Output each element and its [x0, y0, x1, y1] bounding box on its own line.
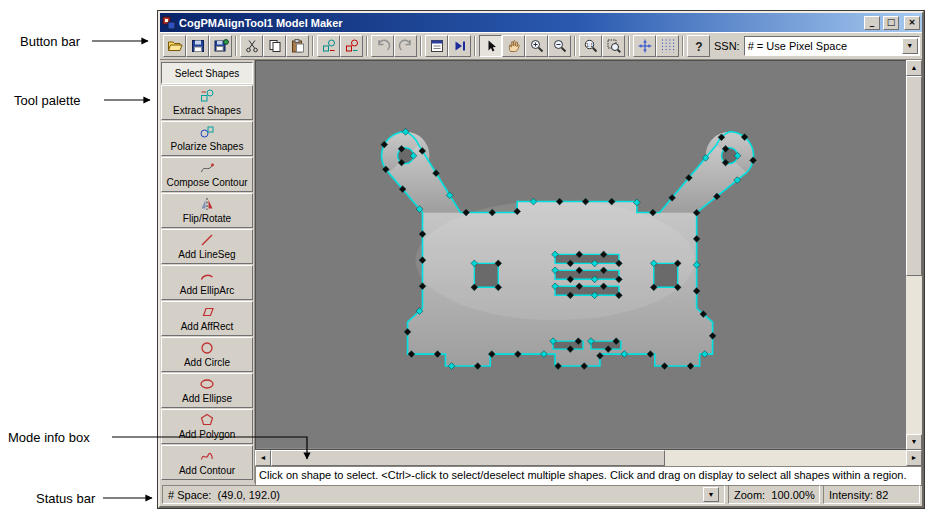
- palette-item-label: Extract Shapes: [173, 104, 241, 117]
- select-pointer-button[interactable]: [479, 35, 502, 57]
- app-window: CogPMAlignTool1 Model Maker _ □ ×: [158, 11, 924, 508]
- scroll-right-button[interactable]: ►: [906, 450, 922, 466]
- maximize-button[interactable]: □: [883, 16, 899, 30]
- zoom-fit-button[interactable]: [602, 35, 625, 57]
- vertical-scrollbar[interactable]: ▲ ▼: [906, 60, 922, 450]
- properties-button[interactable]: [425, 35, 448, 57]
- window-body: Select Shapes Extract Shapes Polari: [160, 60, 922, 483]
- lineseg-icon: [199, 232, 215, 248]
- palette-extract-shapes-button[interactable]: Extract Shapes: [161, 85, 253, 120]
- palette-item-label: Add EllipArc: [180, 284, 234, 297]
- pan-button[interactable]: [502, 35, 525, 57]
- shapes-red-button[interactable]: [340, 35, 363, 57]
- redo-button[interactable]: [394, 35, 417, 57]
- palette-add-circle-button[interactable]: Add Circle: [161, 337, 253, 372]
- space-panel[interactable]: # Space: (49.0, 192.0) ▼: [162, 485, 725, 504]
- scroll-up-button[interactable]: ▲: [906, 60, 922, 76]
- paste-button[interactable]: [286, 35, 309, 57]
- zoom-in-button[interactable]: [525, 35, 548, 57]
- canvas-row: ▲ ▼: [255, 60, 922, 450]
- vertical-scrollbar-thumb[interactable]: [906, 76, 922, 276]
- status-bar: # Space: (49.0, 192.0) ▼ Zoom: 100.00% I…: [160, 483, 922, 506]
- palette-add-contour-button[interactable]: Add Contour: [161, 445, 253, 480]
- palette-add-affrect-button[interactable]: Add AffRect: [161, 301, 253, 336]
- scroll-down-button[interactable]: ▼: [906, 434, 922, 450]
- palette-flip-rotate-button[interactable]: Flip/Rotate: [161, 193, 253, 228]
- intensity-value: Intensity: 82: [829, 489, 888, 501]
- cut-button[interactable]: [240, 35, 263, 57]
- compose-contour-icon: [199, 160, 215, 176]
- zoom-actual-button[interactable]: 1:1: [579, 35, 602, 57]
- model-display[interactable]: [255, 60, 906, 450]
- annotation-status-bar: Status bar: [36, 491, 95, 506]
- ssn-combobox[interactable]: # = Use Pixel Space ▼: [744, 36, 920, 56]
- palette-add-lineseg-button[interactable]: Add LineSeg: [161, 229, 253, 264]
- palette-add-polygon-button[interactable]: Add Polygon: [161, 409, 253, 444]
- svg-text:?: ?: [695, 40, 702, 54]
- zoom-out-icon: [552, 38, 568, 54]
- ssn-dropdown-button[interactable]: ▼: [902, 38, 918, 54]
- svg-text:1:1: 1:1: [586, 42, 593, 48]
- run-once-button[interactable]: [448, 35, 471, 57]
- palette-item-label: Add Polygon: [179, 428, 236, 441]
- undo-button[interactable]: [371, 35, 394, 57]
- palette-item-label: Select Shapes: [175, 67, 240, 80]
- annotation-tool-palette: Tool palette: [14, 93, 81, 108]
- horizontal-scrollbar-thumb[interactable]: [271, 450, 665, 466]
- flip-rotate-icon: [199, 196, 215, 212]
- palette-item-label: Add AffRect: [181, 320, 234, 333]
- pan-hand-icon: [506, 38, 522, 54]
- polygon-icon: [199, 412, 215, 428]
- circle-icon: [199, 340, 215, 356]
- grid-dots-button[interactable]: [656, 35, 679, 57]
- contour-icon: [199, 448, 215, 464]
- open-button[interactable]: [163, 35, 186, 57]
- help-icon: ?: [691, 38, 707, 54]
- zoom-value: Zoom: 100.00%: [734, 489, 815, 501]
- save-button[interactable]: [186, 35, 209, 57]
- horizontal-scrollbar-track[interactable]: [271, 450, 906, 466]
- horizontal-scrollbar[interactable]: ◄ ►: [255, 450, 922, 466]
- close-button[interactable]: ×: [904, 16, 920, 30]
- paste-clipboard-icon: [290, 38, 306, 54]
- space-dropdown-button[interactable]: ▼: [703, 487, 719, 502]
- palette-polarize-shapes-button[interactable]: Polarize Shapes: [161, 121, 253, 156]
- display-column: ▲ ▼ ◄ ► Click on shape to: [255, 60, 922, 483]
- shapes-teal-button[interactable]: [317, 35, 340, 57]
- minimize-button[interactable]: _: [864, 16, 880, 30]
- copy-button[interactable]: [263, 35, 286, 57]
- toolbar-separator: [628, 36, 630, 56]
- intensity-panel: Intensity: 82: [823, 485, 920, 504]
- zoom-panel: Zoom: 100.00%: [728, 485, 820, 504]
- grid-crosshair-button[interactable]: [633, 35, 656, 57]
- screenshot-root: Button bar Tool palette Mode info box St…: [0, 0, 932, 523]
- properties-icon: [429, 38, 445, 54]
- zoom-out-button[interactable]: [548, 35, 571, 57]
- save-image-button[interactable]: [209, 35, 232, 57]
- toolbar-separator: [366, 36, 368, 56]
- vertical-scrollbar-track[interactable]: [906, 76, 922, 434]
- palette-add-elliparc-button[interactable]: Add EllipArc: [161, 265, 253, 300]
- toolbar-separator: [474, 36, 476, 56]
- scroll-left-button[interactable]: ◄: [255, 450, 271, 466]
- cut-scissors-icon: [244, 38, 260, 54]
- toolbar-separator: [312, 36, 314, 56]
- app-icon: [162, 16, 176, 30]
- polarize-shapes-icon: [199, 124, 215, 140]
- ssn-label: SSN:: [710, 40, 744, 52]
- tool-palette: Select Shapes Extract Shapes Polari: [160, 60, 255, 483]
- palette-item-label: Add LineSeg: [178, 248, 235, 261]
- affrect-icon: [199, 304, 215, 320]
- grid-dots-icon: [660, 38, 676, 54]
- palette-compose-contour-button[interactable]: Compose Contour: [161, 157, 253, 192]
- copy-icon: [267, 38, 283, 54]
- palette-select-shapes-button[interactable]: Select Shapes: [161, 62, 253, 84]
- run-once-icon: [452, 38, 468, 54]
- title-bar[interactable]: CogPMAlignTool1 Model Maker _ □ ×: [160, 13, 922, 32]
- shapes-red-icon: [344, 38, 360, 54]
- palette-add-ellipse-button[interactable]: Add Ellipse: [161, 373, 253, 408]
- help-button[interactable]: ?: [687, 35, 710, 57]
- pointer-cursor-icon: [483, 38, 499, 54]
- zoom-in-icon: [529, 38, 545, 54]
- shapes-teal-icon: [321, 38, 337, 54]
